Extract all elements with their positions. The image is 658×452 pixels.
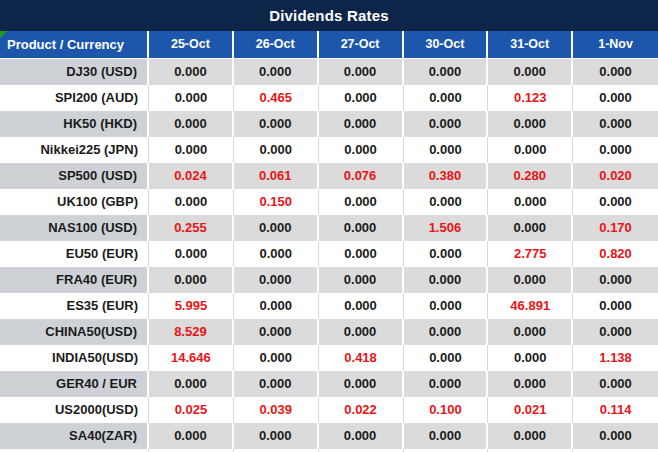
value-cell: 1.506 xyxy=(404,215,489,241)
product-cell: US2000(USD) xyxy=(0,397,149,423)
corner-marker-icon xyxy=(0,31,7,38)
value-cell: 0.000 xyxy=(319,215,404,241)
value-cell: 0.000 xyxy=(573,371,658,397)
table-row: ES35 (EUR)5.9950.0000.0000.00046.8910.00… xyxy=(0,293,658,319)
value-cell: 0.000 xyxy=(488,215,573,241)
value-cell: 0.039 xyxy=(234,397,319,423)
table-row: SPI200 (AUD)0.0000.4650.0000.0000.1230.0… xyxy=(0,85,658,111)
value-cell: 0.000 xyxy=(319,267,404,293)
value-cell: 0.022 xyxy=(319,397,404,423)
value-cell: 5.995 xyxy=(149,293,234,319)
value-cell: 0.000 xyxy=(404,111,489,137)
value-cell: 0.000 xyxy=(404,267,489,293)
value-cell: 0.000 xyxy=(573,267,658,293)
value-cell: 0.000 xyxy=(319,189,404,215)
value-cell: 0.024 xyxy=(149,163,234,189)
value-cell: 0.000 xyxy=(573,423,658,449)
value-cell: 8.529 xyxy=(149,319,234,345)
value-cell: 0.280 xyxy=(488,163,573,189)
value-cell: 0.000 xyxy=(573,293,658,319)
value-cell: 0.000 xyxy=(319,85,404,111)
value-cell: 0.000 xyxy=(573,319,658,345)
product-cell: NAS100 (USD) xyxy=(0,215,149,241)
value-cell: 0.000 xyxy=(488,111,573,137)
value-cell: 0.000 xyxy=(149,241,234,267)
product-cell: HK50 (HKD) xyxy=(0,111,149,137)
value-cell: 0.021 xyxy=(488,397,573,423)
value-cell: 0.000 xyxy=(404,189,489,215)
value-cell: 0.000 xyxy=(404,423,489,449)
product-cell: Nikkei225 (JPN) xyxy=(0,137,149,163)
table-row: CHINA50(USD)8.5290.0000.0000.0000.0000.0… xyxy=(0,319,658,345)
value-cell: 0.000 xyxy=(149,267,234,293)
table-row: UK100 (GBP)0.0000.1500.0000.0000.0000.00… xyxy=(0,189,658,215)
value-cell: 0.150 xyxy=(234,189,319,215)
table-row: US2000(USD)0.0250.0390.0220.1000.0210.11… xyxy=(0,397,658,423)
value-cell: 0.000 xyxy=(404,345,489,371)
column-header-date: 30-Oct xyxy=(404,31,489,58)
value-cell: 0.000 xyxy=(488,423,573,449)
table-header-row: Product / Currency 25-Oct26-Oct27-Oct30-… xyxy=(0,31,658,59)
value-cell: 0.000 xyxy=(488,189,573,215)
value-cell: 0.000 xyxy=(149,137,234,163)
value-cell: 0.000 xyxy=(234,293,319,319)
value-cell: 14.646 xyxy=(149,345,234,371)
value-cell: 0.000 xyxy=(319,111,404,137)
value-cell: 0.000 xyxy=(149,423,234,449)
value-cell: 0.465 xyxy=(234,85,319,111)
value-cell: 0.000 xyxy=(234,215,319,241)
product-cell: INDIA50(USD) xyxy=(0,345,149,371)
value-cell: 0.000 xyxy=(149,111,234,137)
value-cell: 0.255 xyxy=(149,215,234,241)
table-row: NAS100 (USD)0.2550.0000.0001.5060.0000.1… xyxy=(0,215,658,241)
value-cell: 1.138 xyxy=(573,345,658,371)
value-cell: 0.000 xyxy=(319,423,404,449)
value-cell: 0.114 xyxy=(573,397,658,423)
product-cell: SP500 (USD) xyxy=(0,163,149,189)
value-cell: 0.000 xyxy=(404,371,489,397)
product-cell: SPI200 (AUD) xyxy=(0,85,149,111)
table-row: SA40(ZAR)0.0000.0000.0000.0000.0000.000 xyxy=(0,423,658,449)
value-cell: 0.418 xyxy=(319,345,404,371)
value-cell: 0.025 xyxy=(149,397,234,423)
value-cell: 0.000 xyxy=(488,371,573,397)
value-cell: 0.000 xyxy=(234,59,319,85)
value-cell: 0.000 xyxy=(319,137,404,163)
value-cell: 0.000 xyxy=(573,111,658,137)
value-cell: 0.000 xyxy=(404,319,489,345)
value-cell: 0.000 xyxy=(149,371,234,397)
value-cell: 0.000 xyxy=(149,59,234,85)
table-body: DJ30 (USD)0.0000.0000.0000.0000.0000.000… xyxy=(0,59,658,449)
value-cell: 0.000 xyxy=(234,137,319,163)
value-cell: 46.891 xyxy=(488,293,573,319)
column-header-date: 31-Oct xyxy=(488,31,573,58)
table-title: Dividends Rates xyxy=(0,0,658,31)
value-cell: 0.076 xyxy=(319,163,404,189)
table-row: INDIA50(USD)14.6460.0000.4180.0000.0001.… xyxy=(0,345,658,371)
product-cell: UK100 (GBP) xyxy=(0,189,149,215)
value-cell: 0.820 xyxy=(573,241,658,267)
value-cell: 0.020 xyxy=(573,163,658,189)
value-cell: 0.000 xyxy=(319,293,404,319)
value-cell: 0.000 xyxy=(234,111,319,137)
value-cell: 0.000 xyxy=(573,189,658,215)
product-cell: FRA40 (EUR) xyxy=(0,267,149,293)
value-cell: 0.380 xyxy=(404,163,489,189)
value-cell: 0.000 xyxy=(573,59,658,85)
value-cell: 0.061 xyxy=(234,163,319,189)
value-cell: 0.000 xyxy=(404,59,489,85)
value-cell: 0.123 xyxy=(488,85,573,111)
value-cell: 0.000 xyxy=(319,371,404,397)
value-cell: 0.000 xyxy=(319,319,404,345)
value-cell: 0.000 xyxy=(319,59,404,85)
value-cell: 0.000 xyxy=(488,345,573,371)
table-row: SP500 (USD)0.0240.0610.0760.3800.2800.02… xyxy=(0,163,658,189)
value-cell: 0.000 xyxy=(573,137,658,163)
value-cell: 0.000 xyxy=(149,85,234,111)
product-cell: GER40 / EUR xyxy=(0,371,149,397)
dividends-rates-panel: Dividends Rates Product / Currency 25-Oc… xyxy=(0,0,658,452)
value-cell: 0.000 xyxy=(234,371,319,397)
table-row: Nikkei225 (JPN)0.0000.0000.0000.0000.000… xyxy=(0,137,658,163)
value-cell: 0.000 xyxy=(573,85,658,111)
value-cell: 0.000 xyxy=(234,267,319,293)
